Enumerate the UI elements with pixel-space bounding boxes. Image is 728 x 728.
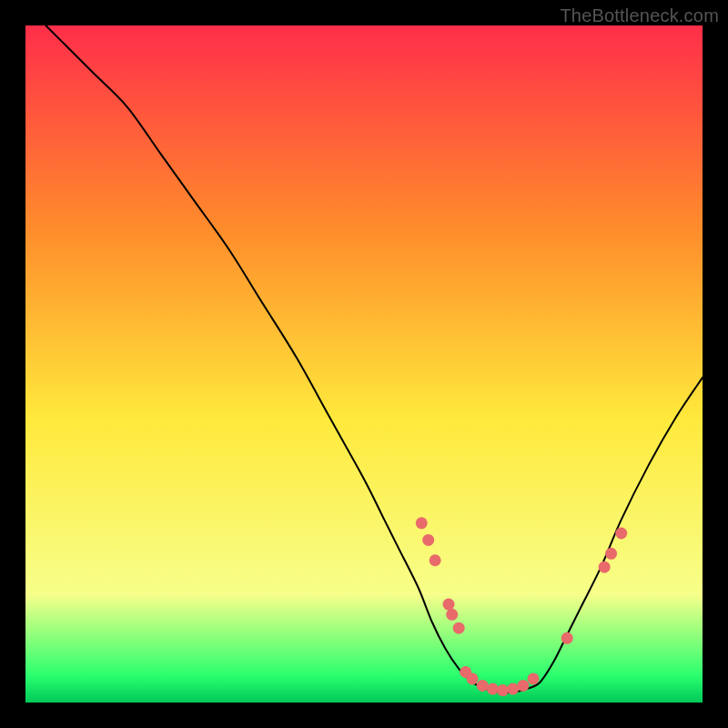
curve-dot: [615, 528, 627, 540]
curve-dot: [528, 672, 540, 684]
curve-dot: [497, 684, 509, 696]
curve-dot: [487, 683, 499, 695]
curve-dot: [416, 517, 428, 529]
curve-dot: [430, 554, 441, 566]
watermark-text: TheBottleneck.com: [560, 5, 719, 26]
curve-dot: [422, 534, 434, 546]
curve-dot: [507, 683, 519, 695]
curve-dot: [477, 680, 489, 692]
chart-frame: TheBottleneck.com: [0, 0, 728, 728]
plot-area: [25, 25, 703, 703]
curve-dot: [605, 548, 617, 560]
curve-dot: [467, 672, 479, 684]
chart-svg: [25, 25, 703, 703]
curve-dot: [443, 599, 455, 611]
curve-dot: [561, 632, 573, 644]
gradient-background: [25, 25, 703, 703]
curve-dot: [446, 609, 458, 621]
curve-dot: [517, 680, 529, 692]
curve-dot: [453, 622, 465, 634]
curve-dot: [599, 561, 611, 573]
